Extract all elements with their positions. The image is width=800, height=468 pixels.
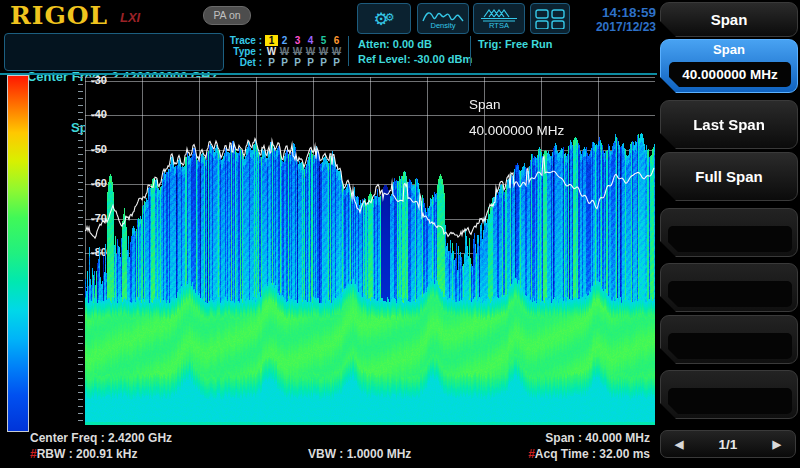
trigger-settings: Trig: Free Run xyxy=(478,37,553,52)
rtsa-label: RTSA xyxy=(489,22,509,30)
clock: 14:18:59 2017/12/23 xyxy=(570,5,656,34)
trace-cell[interactable]: P xyxy=(317,57,330,68)
blank-softkey-slot xyxy=(668,333,792,359)
blank-softkey-slot xyxy=(668,226,792,252)
trace-cell[interactable]: 6 xyxy=(330,35,343,46)
frequency-info-box: Center Freq : 2.420000000 GHz Span : 40.… xyxy=(4,33,224,71)
status-acq-time: #Acq Time : 32.00 ms xyxy=(420,447,650,461)
span-softkey-active[interactable]: Span 40.000000 MHz xyxy=(660,39,798,93)
span-softkey-label: Span xyxy=(661,40,797,60)
menu-pager: ◀ 1/1 ▶ xyxy=(660,430,796,458)
trace-cell[interactable]: W xyxy=(265,46,278,57)
trace-cell[interactable]: P xyxy=(304,57,317,68)
blank-softkey-slot xyxy=(668,281,792,307)
density-label: Density xyxy=(430,22,455,30)
span-overlay-label: Span xyxy=(469,92,564,118)
density-view-button[interactable]: Density xyxy=(417,3,469,34)
trace-table: Trace :123456Type :WWWWWWDet :PPPPPP xyxy=(222,35,343,68)
trace-row-label: Type : xyxy=(222,46,262,57)
trace-cell[interactable]: 5 xyxy=(317,35,330,46)
trace-cell[interactable]: 2 xyxy=(278,35,291,46)
span-overlay: Span 40.000000 MHz xyxy=(469,92,564,144)
density-colorbar xyxy=(7,75,29,432)
trace-cell[interactable]: W xyxy=(317,46,330,57)
trace-row-label: Trace : xyxy=(222,35,262,46)
status-span: Span : 40.000 MHz xyxy=(420,431,650,445)
trace-cell[interactable]: W xyxy=(330,46,343,57)
trace-cell[interactable]: 4 xyxy=(304,35,317,46)
blank-softkey[interactable] xyxy=(660,208,798,257)
status-center-freq: Center Freq : 2.4200 GHz xyxy=(30,431,172,445)
settings-button[interactable]: ⚙⚙ xyxy=(357,3,411,34)
rtsa-view-button[interactable]: RTSA xyxy=(473,3,525,34)
header-divider xyxy=(348,36,349,66)
atten-readout: Atten: 0.00 dB xyxy=(358,37,472,52)
status-rbw: #RBW : 200.91 kHz xyxy=(30,447,137,461)
trace-cell[interactable]: P xyxy=(278,57,291,68)
lxi-logo: LXI xyxy=(120,10,140,25)
header-divider xyxy=(470,36,471,66)
spectrum-display: -30-40-50-60-70-80 Span 40.000000 MHz xyxy=(85,77,655,425)
page-indicator: 1/1 xyxy=(719,437,738,452)
density-canvas xyxy=(85,77,655,425)
blank-softkey[interactable] xyxy=(660,370,798,419)
trace-cell[interactable]: P xyxy=(330,57,343,68)
blank-softkey[interactable] xyxy=(660,263,798,312)
menu-title-span: Span xyxy=(660,2,798,37)
status-vbw: VBW : 1.0000 MHz xyxy=(308,447,411,461)
amplitude-settings: Atten: 0.00 dB Ref Level: -30.00 dBm xyxy=(358,37,472,67)
pa-on-badge: PA on xyxy=(203,6,251,25)
blank-softkey[interactable] xyxy=(660,315,798,364)
window-grid-icon xyxy=(535,9,565,29)
ref-level-readout: Ref Level: -30.00 dBm xyxy=(358,52,472,67)
page-prev-arrow[interactable]: ◀ xyxy=(675,438,683,451)
trace-cell[interactable]: 3 xyxy=(291,35,304,46)
trace-cell[interactable]: P xyxy=(291,57,304,68)
density-waveform-icon xyxy=(422,8,464,22)
trace-cell[interactable]: W xyxy=(304,46,317,57)
span-value-field[interactable]: 40.000000 MHz xyxy=(669,62,791,87)
full-span-label: Full Span xyxy=(695,168,763,185)
full-span-softkey[interactable]: Full Span xyxy=(660,152,798,201)
last-span-softkey[interactable]: Last Span xyxy=(660,100,798,149)
rbw-coupled-marker: # xyxy=(30,447,37,461)
layout-button[interactable] xyxy=(530,3,570,34)
span-overlay-value: 40.000000 MHz xyxy=(469,118,564,144)
trace-cell[interactable]: 1 xyxy=(265,35,278,46)
trace-cell[interactable]: W xyxy=(278,46,291,57)
rigol-rtsa-screen: RIGOL LXI PA on ⚙⚙ Density RTSA 14:18:59… xyxy=(0,0,800,468)
acq-text: Acq Time : 32.00 ms xyxy=(535,447,650,461)
acq-coupled-marker: # xyxy=(528,447,535,461)
rigol-logo: RIGOL xyxy=(10,1,108,30)
trace-cell[interactable]: W xyxy=(291,46,304,57)
gear-icon: ⚙⚙ xyxy=(373,9,394,28)
rtsa-waveform-icon xyxy=(478,8,520,22)
date-text: 2017/12/23 xyxy=(570,20,656,34)
menu-title-label: Span xyxy=(711,11,748,28)
trace-cell[interactable]: P xyxy=(265,57,278,68)
amplitude-axis-ticks xyxy=(78,77,83,425)
last-span-label: Last Span xyxy=(693,116,765,133)
time-text: 14:18:59 xyxy=(570,5,656,20)
trace-row-label: Det : xyxy=(222,57,262,68)
trig-readout: Trig: Free Run xyxy=(478,37,553,52)
softkey-menu: Span Span 40.000000 MHz Last Span Full S… xyxy=(658,0,800,468)
page-next-arrow[interactable]: ▶ xyxy=(773,438,781,451)
rbw-text: RBW : 200.91 kHz xyxy=(37,447,138,461)
blank-softkey-slot xyxy=(668,388,792,414)
